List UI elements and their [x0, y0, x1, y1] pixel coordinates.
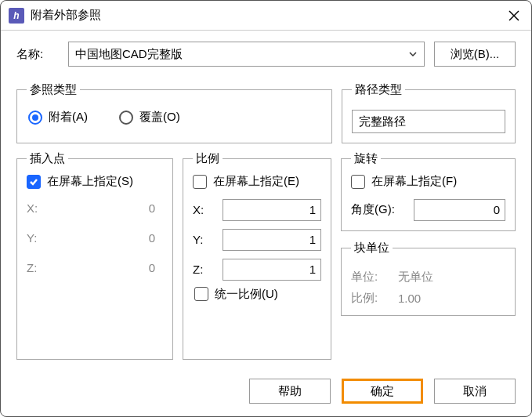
- scale-z-field[interactable]: 1: [223, 259, 321, 281]
- path-type-select[interactable]: 完整路径: [352, 110, 505, 133]
- path-type-group: 路径类型 完整路径: [342, 82, 516, 143]
- top-row: 参照类型 附着(A) 覆盖(O) 路径类型 完整路径: [16, 82, 516, 143]
- name-select[interactable]: 中国地图CAD完整版: [68, 42, 425, 67]
- unit-scale-label: 比例:: [351, 291, 393, 306]
- scale-y-label: Y:: [193, 233, 216, 246]
- scale-x-label: X:: [193, 203, 216, 216]
- insert-x-label: X:: [27, 201, 50, 215]
- rotation-legend: 旋转: [351, 151, 381, 166]
- attach-radio[interactable]: 附着(A): [28, 110, 88, 125]
- uniform-scale-checkbox[interactable]: 统一比例(U): [194, 287, 278, 302]
- name-row: 名称: 中国地图CAD完整版 浏览(B)...: [16, 42, 516, 67]
- titlebar: h 附着外部参照: [1, 1, 531, 31]
- window-title: 附着外部参照: [31, 8, 505, 23]
- path-type-legend: 路径类型: [352, 82, 405, 97]
- unit-value: 无单位: [398, 270, 433, 285]
- overlay-radio[interactable]: 覆盖(O): [119, 110, 180, 125]
- insertion-point-group: 插入点 在屏幕上指定(S) X:0 Y:0 Z:0: [16, 151, 173, 360]
- rotation-specify-checkbox[interactable]: 在屏幕上指定(F): [351, 174, 457, 189]
- unit-label: 单位:: [351, 270, 393, 285]
- dialog-body: 名称: 中国地图CAD完整版 浏览(B)... 参照类型 附着(A) 覆盖(O): [1, 31, 531, 371]
- scale-specify-checkbox[interactable]: 在屏幕上指定(E): [193, 174, 299, 189]
- insert-y-field: 0: [56, 227, 160, 248]
- insertion-point-legend: 插入点: [27, 151, 68, 166]
- ok-button[interactable]: 确定: [342, 379, 423, 404]
- insert-y-label: Y:: [27, 231, 50, 245]
- help-button[interactable]: 帮助: [249, 379, 331, 404]
- block-unit-legend: 块单位: [351, 241, 393, 256]
- rotation-group: 旋转 在屏幕上指定(F) 角度(G): 0: [341, 151, 516, 231]
- scale-y-field[interactable]: 1: [223, 229, 321, 251]
- name-select-value: 中国地图CAD完整版: [75, 47, 183, 62]
- angle-field[interactable]: 0: [414, 199, 505, 221]
- dialog-footer: 帮助 确定 取消: [1, 371, 531, 416]
- mid-row: 插入点 在屏幕上指定(S) X:0 Y:0 Z:0 比例 在屏幕上指定(E): [16, 151, 516, 360]
- scale-group: 比例 在屏幕上指定(E) X:1 Y:1 Z:1 统一比例(U): [183, 151, 331, 360]
- insert-x-field: 0: [56, 197, 160, 219]
- path-type-value: 完整路径: [359, 114, 406, 129]
- unit-scale-value: 1.00: [398, 292, 421, 305]
- insert-specify-checkbox[interactable]: 在屏幕上指定(S): [27, 174, 133, 189]
- reference-type-legend: 参照类型: [27, 82, 80, 97]
- dialog-window: h 附着外部参照 名称: 中国地图CAD完整版 浏览(B)... 参照类型 附着…: [0, 0, 532, 417]
- radio-on-icon: [28, 111, 42, 125]
- insert-z-field: 0: [56, 256, 160, 278]
- scale-z-label: Z:: [193, 263, 216, 276]
- close-icon: [508, 10, 519, 21]
- chevron-down-icon: [408, 48, 418, 61]
- scale-x-field[interactable]: 1: [223, 199, 321, 221]
- block-unit-group: 块单位 单位: 无单位 比例: 1.00: [341, 241, 516, 316]
- reference-type-group: 参照类型 附着(A) 覆盖(O): [16, 82, 332, 143]
- browse-button[interactable]: 浏览(B)...: [434, 42, 516, 67]
- close-button[interactable]: [505, 6, 523, 25]
- insert-z-label: Z:: [27, 261, 50, 274]
- name-label: 名称:: [16, 47, 59, 62]
- scale-legend: 比例: [193, 151, 223, 166]
- angle-label: 角度(G):: [351, 202, 409, 217]
- cancel-button[interactable]: 取消: [434, 379, 516, 404]
- right-column: 旋转 在屏幕上指定(F) 角度(G): 0 块单位 单位: 无单位: [341, 151, 516, 360]
- radio-off-icon: [119, 111, 133, 125]
- app-icon: h: [9, 8, 24, 24]
